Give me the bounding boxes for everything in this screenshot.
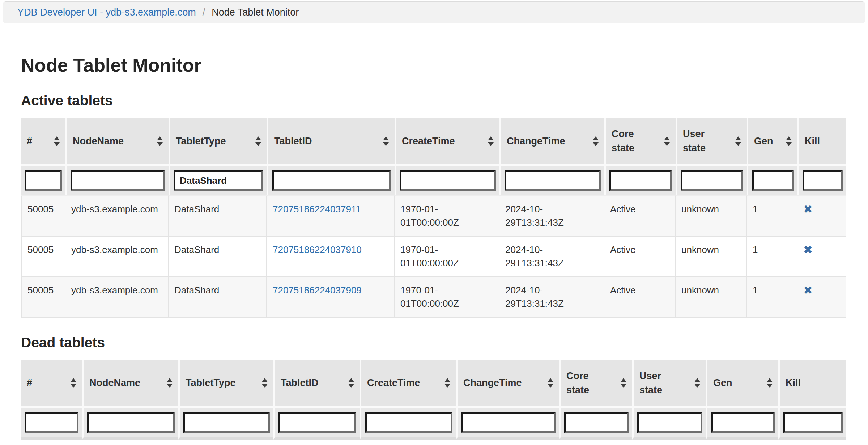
column-header-create-time[interactable]: CreateTime [395,118,499,164]
cell-gen: 1 [747,277,797,318]
column-label: Core state [566,369,589,397]
kill-icon[interactable]: ✖ [803,203,813,216]
sort-icon[interactable] [54,136,60,146]
filter-input-user-state[interactable] [681,170,743,191]
column-label: ChangeTime [463,376,522,390]
column-label: # [27,134,32,148]
column-label: User state [683,127,706,155]
column-header-change-time[interactable]: ChangeTime [456,360,559,406]
filter-input-create-time[interactable] [400,170,496,191]
column-header-core-state[interactable]: Core state [604,118,676,164]
table-row: 50005 ydb-s3.example.com DataShard 72075… [21,237,846,277]
column-label: Gen [754,134,773,148]
tablet-id-link[interactable]: 72075186224037911 [273,204,361,215]
column-header-node-name[interactable]: NodeName [82,360,178,406]
filter-input-number[interactable] [25,170,62,191]
kill-icon[interactable]: ✖ [803,243,813,257]
cell-kill: ✖ [797,277,846,318]
dead-tablets-table: # NodeName TabletType TabletID CreateTim… [21,360,846,440]
cell-core-state: Active [604,195,676,237]
column-label: TabletID [274,134,312,148]
filter-input-gen[interactable] [711,412,775,433]
filter-input-node-name[interactable] [71,170,165,191]
column-header-number[interactable]: # [21,360,82,406]
column-header-tablet-id[interactable]: TabletID [273,360,360,406]
breadcrumb: YDB Developer UI - ydb-s3.example.com / … [3,1,865,23]
tablet-id-link[interactable]: 72075186224037910 [273,244,362,255]
filter-input-gen[interactable] [752,170,794,191]
filter-input-node-name[interactable] [87,412,175,433]
filter-input-core-state[interactable] [564,412,629,433]
cell-node-name: ydb-s3.example.com [65,277,169,318]
column-label: ChangeTime [507,134,565,148]
filter-input-kill[interactable] [803,170,843,191]
column-header-tablet-type[interactable]: TabletType [169,118,267,164]
column-label: Kill [786,376,801,390]
tablet-id-link[interactable]: 72075186224037909 [273,285,362,296]
sort-icon[interactable] [71,378,76,388]
sort-icon[interactable] [735,136,741,146]
column-header-user-state[interactable]: User state [676,118,747,164]
sort-icon[interactable] [383,136,389,146]
kill-icon[interactable]: ✖ [803,284,813,297]
active-tablets-table: # NodeName TabletType TabletID CreateTim… [21,118,846,318]
sort-icon[interactable] [786,136,792,146]
sort-icon[interactable] [548,378,553,388]
cell-tablet-id: 72075186224037910 [267,237,395,277]
sort-icon[interactable] [167,378,173,388]
cell-tablet-id: 72075186224037909 [267,277,395,318]
cell-change-time: 2024-10-29T13:31:43Z [499,237,604,277]
filter-input-number[interactable] [25,412,78,433]
sort-icon[interactable] [488,136,494,146]
column-header-node-name[interactable]: NodeName [65,118,169,164]
filter-input-change-time[interactable] [505,170,601,191]
cell-kill: ✖ [797,195,846,237]
section-heading-dead-tablets: Dead tablets [21,335,847,351]
cell-gen: 1 [747,195,797,237]
cell-change-time: 2024-10-29T13:31:43Z [499,277,604,318]
active-header-row: # NodeName TabletType TabletID CreateTim… [21,118,846,164]
cell-node-name: ydb-s3.example.com [65,195,169,237]
column-header-number[interactable]: # [21,118,65,164]
cell-number: 50005 [21,237,65,277]
cell-core-state: Active [604,277,676,318]
sort-icon[interactable] [444,378,450,388]
column-header-user-state[interactable]: User state [632,360,706,406]
sort-icon[interactable] [157,136,163,146]
column-header-change-time[interactable]: ChangeTime [499,118,604,164]
sort-icon[interactable] [621,378,626,388]
sort-icon[interactable] [255,136,261,146]
cell-tablet-id: 72075186224037911 [267,195,395,237]
sort-icon[interactable] [767,378,773,388]
sort-icon[interactable] [694,378,700,388]
main-content: Node Tablet Monitor Active tablets # Nod… [21,55,847,440]
table-row: 50005 ydb-s3.example.com DataShard 72075… [21,277,846,318]
filter-input-change-time[interactable] [461,412,556,433]
sort-icon[interactable] [262,378,268,388]
cell-node-name: ydb-s3.example.com [65,237,169,277]
filter-input-tablet-type[interactable] [174,170,263,191]
cell-number: 50005 [21,195,65,237]
filter-input-tablet-id[interactable] [278,412,356,433]
column-header-gen[interactable]: Gen [706,360,778,406]
sort-icon[interactable] [593,136,599,146]
sort-icon[interactable] [664,136,670,146]
column-header-core-state[interactable]: Core state [559,360,632,406]
filter-input-kill[interactable] [783,412,843,433]
breadcrumb-link-home[interactable]: YDB Developer UI - ydb-s3.example.com [17,7,196,18]
cell-create-time: 1970-01-01T00:00:00Z [395,277,499,318]
column-label: Gen [713,376,732,390]
filter-input-core-state[interactable] [609,170,672,191]
sort-icon[interactable] [348,378,354,388]
breadcrumb-current-page: Node Tablet Monitor [212,7,299,18]
filter-input-tablet-type[interactable] [183,412,270,433]
column-header-gen[interactable]: Gen [747,118,797,164]
column-header-tablet-id[interactable]: TabletID [267,118,395,164]
filter-input-user-state[interactable] [637,412,702,433]
filter-input-tablet-id[interactable] [272,170,391,191]
filter-input-create-time[interactable] [365,412,452,433]
column-header-tablet-type[interactable]: TabletType [178,360,273,406]
column-header-create-time[interactable]: CreateTime [360,360,456,406]
column-label: # [27,376,32,390]
cell-tablet-type: DataShard [169,277,267,318]
